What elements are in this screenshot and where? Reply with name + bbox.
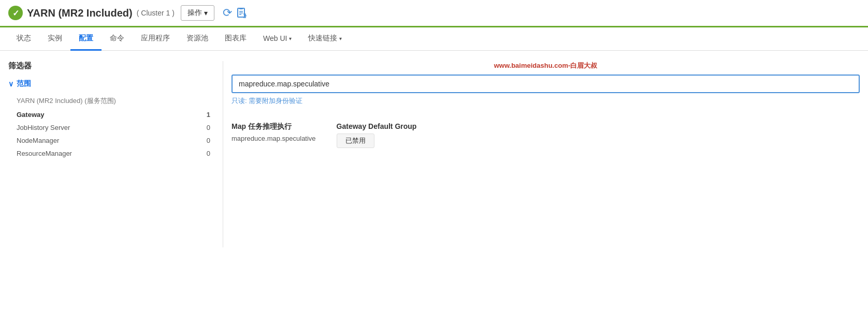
config-value-badge: 已禁用 bbox=[337, 134, 374, 148]
scope-item-resourcemanager[interactable]: ResourceManager 0 bbox=[12, 147, 214, 160]
action-button[interactable]: 操作 ▾ bbox=[181, 5, 214, 21]
config-group-name: Gateway Default Group bbox=[337, 122, 417, 130]
scope-item-nodemanager[interactable]: NodeManager 0 bbox=[12, 134, 214, 147]
scope-label: 范围 bbox=[17, 79, 31, 88]
tab-resource-pool[interactable]: 资源池 bbox=[178, 27, 216, 51]
scope-item-gateway-count: 1 bbox=[207, 111, 210, 119]
status-icon: ✓ bbox=[8, 6, 23, 20]
scope-section: ∨ 范围 YARN (MR2 Included) (服务范围) Gateway … bbox=[8, 79, 214, 160]
config-key: mapreduce.map.speculative bbox=[232, 135, 316, 142]
scope-item-gateway[interactable]: Gateway 1 bbox=[12, 108, 214, 121]
header: ✓ YARN (MR2 Included) ( Cluster 1 ) 操作 ▾… bbox=[0, 0, 868, 27]
web-ui-dropdown-arrow: ▾ bbox=[289, 36, 292, 41]
scope-items: YARN (MR2 Included) (服务范围) Gateway 1 Job… bbox=[8, 94, 214, 160]
scope-item-jobhistory-label: JobHistory Server bbox=[17, 124, 70, 131]
tab-quick-links[interactable]: 快速链接 ▾ bbox=[300, 27, 350, 51]
main-content: 筛选器 ∨ 范围 YARN (MR2 Included) (服务范围) Gate… bbox=[0, 51, 868, 258]
service-title: ✓ YARN (MR2 Included) ( Cluster 1 ) bbox=[8, 6, 175, 20]
action-dropdown-arrow: ▾ bbox=[204, 9, 208, 17]
search-input[interactable] bbox=[232, 75, 860, 93]
config-title: Map 任务推理执行 bbox=[232, 122, 316, 131]
config-card: Map 任务推理执行 mapreduce.map.speculative Gat… bbox=[232, 114, 860, 156]
tab-instances[interactable]: 实例 bbox=[39, 27, 70, 51]
readonly-notice: 只读: 需要附加身份验证 bbox=[232, 96, 860, 106]
scope-item-jobhistory[interactable]: JobHistory Server 0 bbox=[12, 121, 214, 134]
scope-item-resourcemanager-count: 0 bbox=[207, 150, 210, 157]
config-right: Gateway Default Group 已禁用 bbox=[337, 122, 417, 148]
tab-commands[interactable]: 命令 bbox=[102, 27, 133, 51]
tab-config[interactable]: 配置 bbox=[70, 27, 102, 51]
tab-applications[interactable]: 应用程序 bbox=[133, 27, 178, 51]
right-panel: www.baimeidashu.com-白眉大叔 只读: 需要附加身份验证 Ma… bbox=[223, 61, 868, 247]
filter-title: 筛选器 bbox=[8, 61, 214, 71]
quick-links-dropdown-arrow: ▾ bbox=[339, 36, 342, 41]
scope-item-resourcemanager-label: ResourceManager bbox=[17, 150, 72, 157]
scope-arrow-icon: ∨ bbox=[8, 80, 13, 88]
header-icons: ⟳ bbox=[223, 6, 248, 20]
sidebar: 筛选器 ∨ 范围 YARN (MR2 Included) (服务范围) Gate… bbox=[0, 61, 223, 247]
scope-item-jobhistory-count: 0 bbox=[207, 124, 210, 131]
tab-chart-library[interactable]: 图表库 bbox=[216, 27, 255, 51]
export-icon[interactable] bbox=[236, 7, 248, 19]
search-input-wrapper bbox=[232, 75, 860, 93]
scope-item-gateway-label: Gateway bbox=[17, 111, 44, 119]
cluster-label: ( Cluster 1 ) bbox=[137, 9, 175, 17]
refresh-icon[interactable]: ⟳ bbox=[223, 6, 232, 20]
scope-item-nodemanager-label: NodeManager bbox=[17, 137, 59, 144]
nav-tabs: 状态 实例 配置 命令 应用程序 资源池 图表库 Web UI ▾ 快速链接 ▾ bbox=[0, 27, 868, 51]
config-left: Map 任务推理执行 mapreduce.map.speculative bbox=[232, 122, 316, 148]
tab-web-ui[interactable]: Web UI ▾ bbox=[255, 28, 300, 50]
service-name: YARN (MR2 Included) bbox=[27, 7, 133, 19]
scope-item-service-label: YARN (MR2 Included) (服务范围) bbox=[17, 96, 116, 106]
action-button-label: 操作 bbox=[187, 8, 202, 18]
tab-status[interactable]: 状态 bbox=[8, 27, 39, 51]
scope-item-service[interactable]: YARN (MR2 Included) (服务范围) bbox=[12, 94, 214, 108]
svg-rect-1 bbox=[239, 8, 243, 9]
scope-header[interactable]: ∨ 范围 bbox=[8, 79, 214, 88]
scope-item-nodemanager-count: 0 bbox=[207, 137, 210, 144]
watermark: www.baimeidashu.com-白眉大叔 bbox=[232, 61, 860, 70]
